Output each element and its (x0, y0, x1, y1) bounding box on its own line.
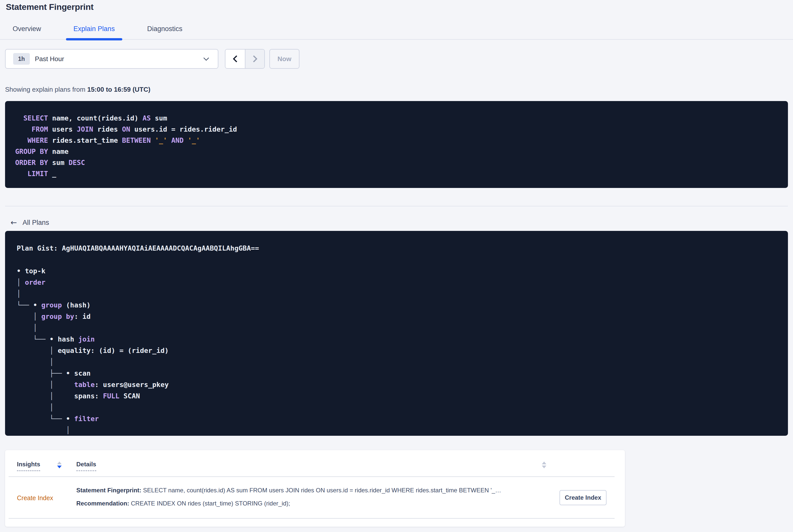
page-title: Statement Fingerprint (6, 1, 793, 12)
tab-overview[interactable]: Overview (5, 25, 49, 39)
tab-diagnostics[interactable]: Diagnostics (139, 25, 190, 39)
time-range-label: Past Hour (35, 55, 64, 63)
column-header-insights[interactable]: Insights (17, 461, 40, 471)
code-line: │ (17, 424, 780, 436)
table-row-divider (8, 518, 615, 519)
code-line: │ group by: id (17, 311, 780, 322)
tab-bar: Overview Explain Plans Diagnostics (0, 25, 793, 40)
code-line: │ order (17, 277, 780, 288)
time-range-badge: 1h (13, 53, 30, 65)
column-header-details[interactable]: Details (76, 461, 96, 471)
code-line: GROUP BY name (15, 146, 780, 157)
chevron-left-icon (233, 55, 240, 62)
chevron-down-icon (204, 55, 209, 61)
code-line: │ spans: FULL SCAN (17, 390, 780, 402)
column-header-details-label: Details (76, 461, 96, 471)
recommendation-detail: Recommendation: CREATE INDEX ON rides (s… (76, 500, 290, 507)
recommendation-label: Recommendation: (76, 500, 129, 507)
sort-down-arrow-icon (57, 466, 62, 468)
column-header-insights-label: Insights (17, 461, 40, 471)
back-arrow-icon: ← (11, 218, 17, 227)
all-plans-label: All Plans (22, 218, 49, 227)
time-summary-prefix: Showing explain plans from (5, 86, 87, 93)
time-nav-group (225, 49, 265, 69)
code-line: ORDER BY sum DESC (15, 157, 780, 168)
code-line: └── • filter (17, 413, 780, 424)
table-header-divider (8, 476, 615, 477)
code-line: Plan Gist: AgHUAQIABQAAAAHYAQIAiAEAAAADC… (17, 243, 780, 254)
time-range-dropdown[interactable]: 1h Past Hour (5, 49, 218, 69)
recommendation-text: CREATE INDEX ON rides (start_time) STORI… (129, 500, 290, 507)
code-line (17, 254, 780, 265)
time-summary: Showing explain plans from 15:00 to 16:5… (5, 86, 793, 93)
code-line: │ equality: (id) = (rider_id) (17, 345, 780, 356)
code-line: SELECT name, count(rides.id) AS sum (15, 113, 780, 124)
code-line: WHERE rides.start_time BETWEEN '_' AND '… (15, 135, 780, 146)
next-time-button[interactable] (245, 50, 264, 68)
now-button[interactable]: Now (269, 49, 300, 69)
sort-icon-details[interactable] (542, 461, 546, 468)
code-line: │ (17, 322, 780, 334)
create-index-button[interactable]: Create Index (560, 490, 606, 505)
code-line: │ (17, 356, 780, 367)
time-picker-row: 1h Past Hour Now (5, 49, 793, 69)
code-line: │ (17, 402, 780, 413)
statement-fingerprint-detail: Statement Fingerprint: SELECT name, coun… (76, 487, 501, 494)
code-line: FROM users JOIN rides ON users.id = ride… (15, 124, 780, 135)
sort-down-arrow-icon (542, 466, 546, 468)
all-plans-link[interactable]: ← All Plans (11, 218, 49, 227)
statement-fingerprint-text: SELECT name, count(rides.id) AS sum FROM… (141, 487, 501, 494)
code-line: LIMIT _ (15, 168, 780, 179)
code-line: │ (17, 288, 780, 299)
code-line: ├── • scan (17, 367, 780, 379)
sort-up-arrow-icon (57, 461, 62, 464)
statement-fingerprint-label: Statement Fingerprint: (76, 487, 141, 494)
insight-type-link[interactable]: Create Index (17, 494, 53, 502)
section-divider (5, 206, 788, 206)
plan-gist-box: Plan Gist: AgHUAQIABQAAAAHYAQIAiAEAAAADC… (5, 231, 788, 436)
time-summary-range: 15:00 to 16:59 (UTC) (87, 86, 150, 93)
code-line: └── • group (hash) (17, 299, 780, 311)
tab-explain-plans[interactable]: Explain Plans (66, 25, 122, 39)
sql-statement-box: SELECT name, count(rides.id) AS sum FROM… (5, 101, 788, 188)
chevron-right-icon (250, 55, 257, 62)
prev-time-button[interactable] (225, 50, 245, 68)
insights-card: Insights Details Create Index Statement … (5, 450, 625, 527)
sort-up-arrow-icon (542, 461, 546, 464)
code-line: └── • hash join (17, 334, 780, 345)
code-line: │ table: users@users_pkey (17, 379, 780, 390)
page-root: Statement Fingerprint Overview Explain P… (0, 0, 793, 532)
code-line: • top-k (17, 265, 780, 277)
sort-icon-insights[interactable] (57, 461, 62, 468)
